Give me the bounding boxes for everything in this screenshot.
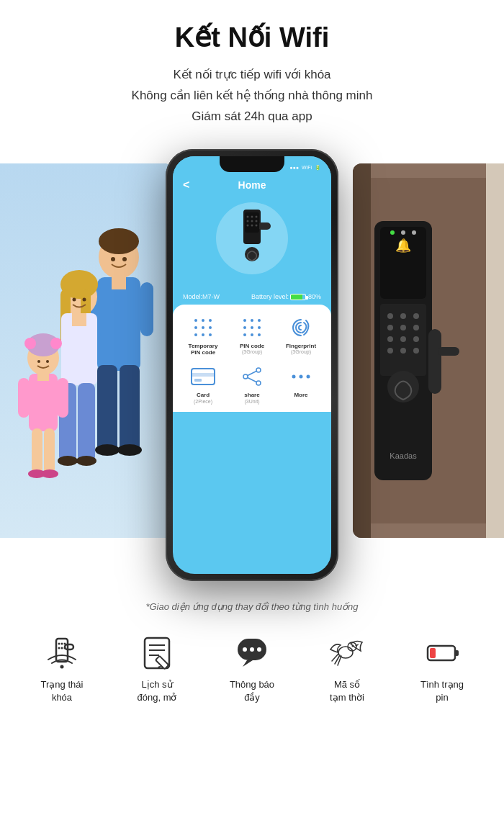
features-section: Trạng tháikhóa Lịch sửđóng, mở bbox=[0, 621, 504, 726]
card-sublabel: (2Piece) bbox=[194, 399, 212, 405]
svg-point-3 bbox=[99, 228, 139, 254]
family-photo bbox=[0, 163, 173, 538]
phone-notch bbox=[220, 156, 284, 172]
svg-rect-8 bbox=[97, 365, 117, 451]
feature-history-label: Lịch sửđóng, mở bbox=[138, 678, 177, 704]
svg-rect-45 bbox=[380, 227, 426, 299]
share-icon bbox=[239, 364, 265, 390]
grid-item-fingerprint[interactable]: Fingerprint (3Group) bbox=[278, 315, 324, 356]
svg-point-53 bbox=[413, 325, 419, 330]
svg-point-86 bbox=[194, 333, 197, 336]
lock-display-area bbox=[173, 197, 331, 289]
grid-item-card[interactable]: Card (2Piece) bbox=[180, 364, 226, 405]
svg-point-72 bbox=[256, 215, 258, 217]
svg-rect-4 bbox=[97, 277, 140, 371]
svg-rect-30 bbox=[32, 428, 42, 475]
svg-rect-7 bbox=[140, 282, 153, 336]
svg-point-20 bbox=[58, 456, 78, 466]
svg-point-103 bbox=[256, 381, 261, 385]
svg-point-52 bbox=[400, 325, 406, 330]
feature-notification-label: Thông báođầy bbox=[230, 678, 274, 704]
svg-rect-61 bbox=[428, 329, 441, 394]
svg-point-129 bbox=[352, 644, 354, 647]
svg-point-55 bbox=[400, 336, 406, 342]
pin-label: PIN code bbox=[240, 343, 264, 350]
svg-point-101 bbox=[256, 368, 261, 372]
svg-text:🔔: 🔔 bbox=[395, 238, 412, 253]
svg-point-114 bbox=[58, 647, 60, 649]
svg-rect-99 bbox=[192, 373, 215, 377]
svg-point-59 bbox=[413, 348, 419, 354]
battery-text: Battery level: 80% bbox=[251, 293, 321, 300]
svg-rect-28 bbox=[18, 378, 30, 418]
middle-section: 🔔 Kaadas bbox=[0, 142, 504, 588]
app-back-button[interactable]: < bbox=[183, 179, 189, 192]
disclaimer: *Giao diện ứng dụng thay đổi theo từng t… bbox=[0, 588, 504, 621]
svg-point-71 bbox=[251, 215, 253, 217]
subtitle-line-1: Kết nối trực tiếp wifi với khóa bbox=[29, 65, 475, 86]
svg-point-88 bbox=[209, 333, 212, 336]
svg-point-81 bbox=[202, 319, 204, 322]
feature-lock-status-label: Trạng tháikhóa bbox=[41, 678, 84, 704]
share-sublabel: (3Unit) bbox=[244, 399, 259, 405]
svg-rect-110 bbox=[65, 644, 73, 649]
svg-rect-27 bbox=[37, 372, 49, 381]
svg-rect-100 bbox=[194, 379, 202, 382]
svg-point-37 bbox=[83, 297, 86, 301]
history-icon bbox=[138, 634, 176, 673]
svg-point-73 bbox=[247, 220, 249, 222]
svg-point-75 bbox=[256, 220, 258, 222]
more-icon bbox=[288, 364, 314, 390]
grid-item-pin[interactable]: PIN code (3Group) bbox=[229, 315, 275, 356]
temp-pin-label: TemporaryPIN code bbox=[189, 343, 218, 356]
svg-point-96 bbox=[251, 333, 253, 336]
svg-text:Kaadas: Kaadas bbox=[390, 451, 417, 460]
svg-point-80 bbox=[194, 319, 197, 322]
feature-history: Lịch sửđóng, mở bbox=[121, 634, 193, 704]
svg-rect-43 bbox=[486, 163, 504, 538]
fingerprint-sublabel: (3Group) bbox=[291, 349, 311, 355]
share-label: share bbox=[244, 392, 259, 399]
svg-point-79 bbox=[245, 247, 259, 261]
grid-item-share[interactable]: share (3Unit) bbox=[229, 364, 275, 405]
svg-rect-26 bbox=[29, 374, 58, 431]
svg-point-108 bbox=[307, 374, 310, 378]
svg-point-107 bbox=[300, 374, 303, 378]
temp-pin-icon bbox=[190, 315, 216, 341]
phone-wrapper: ●●● WiFi 🔋 < Home bbox=[166, 149, 338, 581]
svg-point-97 bbox=[258, 333, 261, 336]
svg-rect-5 bbox=[112, 275, 126, 289]
app-header-title: Home bbox=[238, 179, 266, 191]
svg-point-54 bbox=[387, 336, 393, 342]
feature-battery-label: Tình trạngpin bbox=[420, 678, 464, 704]
svg-point-48 bbox=[387, 313, 393, 319]
svg-line-105 bbox=[248, 377, 256, 382]
grid-item-more[interactable]: More bbox=[278, 364, 324, 405]
svg-rect-68 bbox=[258, 222, 271, 230]
svg-point-65 bbox=[401, 230, 405, 235]
subtitle-line-3: Giám sát 24h qua app bbox=[29, 107, 475, 127]
svg-point-49 bbox=[400, 313, 406, 319]
svg-point-74 bbox=[251, 220, 253, 222]
app-card: TemporaryPIN code PIN code (3Group) bbox=[173, 305, 331, 412]
svg-rect-19 bbox=[78, 383, 95, 462]
svg-point-90 bbox=[251, 319, 253, 322]
app-grid: TemporaryPIN code PIN code (3Group) bbox=[180, 315, 324, 405]
svg-point-39 bbox=[46, 360, 49, 363]
lock-photo: 🔔 Kaadas bbox=[353, 163, 504, 538]
svg-rect-31 bbox=[44, 428, 55, 475]
svg-point-58 bbox=[400, 348, 406, 354]
card-icon bbox=[190, 364, 216, 390]
svg-rect-122 bbox=[156, 656, 168, 669]
pin-sublabel: (3Group) bbox=[242, 349, 262, 355]
header-section: Kết Nối Wifi Kết nối trực tiếp wifi với … bbox=[0, 0, 504, 142]
grid-item-temp-pin[interactable]: TemporaryPIN code bbox=[180, 315, 226, 356]
svg-point-91 bbox=[258, 319, 261, 322]
svg-point-87 bbox=[202, 333, 204, 336]
fingerprint-icon bbox=[288, 315, 314, 341]
svg-point-93 bbox=[251, 326, 253, 329]
svg-point-50 bbox=[413, 313, 419, 319]
svg-point-25 bbox=[50, 338, 62, 349]
svg-point-57 bbox=[387, 348, 393, 354]
svg-point-33 bbox=[41, 469, 58, 478]
